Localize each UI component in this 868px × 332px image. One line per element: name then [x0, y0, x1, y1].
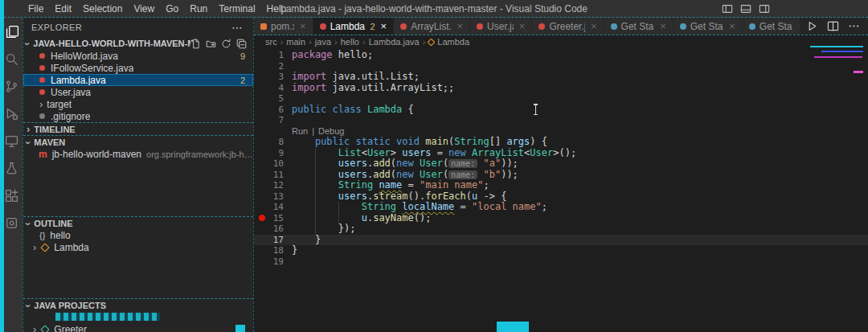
- file-label: Lambda.java: [51, 75, 106, 86]
- line-number[interactable]: 19: [254, 256, 292, 268]
- maven-item-jb-hello-world-maven[interactable]: mjb-hello-world-mavenorg.springframework…: [23, 148, 253, 160]
- outline-item-hello[interactable]: {}hello: [23, 229, 253, 241]
- tab-get-started-6[interactable]: Get Started×: [674, 18, 743, 35]
- menu-file[interactable]: File: [23, 0, 49, 18]
- menu-edit[interactable]: Edit: [49, 0, 77, 18]
- line-number[interactable]: 5: [254, 93, 292, 105]
- line-number[interactable]: 15: [254, 213, 292, 224]
- project-header[interactable]: › JAVA-HELLO-WORLD-WITH-MAVEN-MASTER: [23, 37, 253, 50]
- code-token: User: [420, 158, 443, 169]
- code-line-13: 13 users.stream().forEach(u -> {: [254, 191, 868, 203]
- explorer-item-helloworld-java[interactable]: HelloWorld.java9: [23, 50, 253, 62]
- new-file-icon[interactable]: [190, 39, 201, 49]
- code-text: [292, 93, 868, 105]
- breadcrumb-src[interactable]: src: [265, 37, 277, 47]
- line-number[interactable]: 13: [254, 191, 292, 203]
- code-token: User: [420, 169, 443, 180]
- line-number[interactable]: 4: [254, 83, 292, 94]
- close-icon[interactable]: ×: [381, 20, 387, 32]
- menu-go[interactable]: Go: [160, 0, 184, 18]
- close-icon[interactable]: ×: [519, 20, 526, 32]
- explorer-item-gitignore[interactable]: .gitignore: [23, 110, 253, 122]
- close-icon[interactable]: ×: [729, 20, 735, 32]
- tab-lambda-java-1[interactable]: Lambda.java2×: [313, 18, 394, 35]
- close-icon[interactable]: ×: [660, 20, 666, 32]
- explorer-item-target[interactable]: ›target: [23, 98, 253, 110]
- code-token: >: [391, 147, 402, 158]
- line-number[interactable]: 11: [254, 170, 292, 181]
- layout-sidebar-left-icon[interactable]: [722, 3, 733, 14]
- collapse-all-icon[interactable]: [236, 39, 247, 49]
- explorer-item-ifollowservice-java[interactable]: IFollowService.java: [23, 62, 253, 74]
- more-actions-icon[interactable]: [848, 20, 860, 32]
- breadcrumb-java[interactable]: java: [315, 37, 331, 47]
- section-java-projects[interactable]: › JAVA PROJECTS: [23, 298, 253, 311]
- code-text: }: [292, 235, 868, 246]
- close-icon[interactable]: ×: [591, 20, 597, 32]
- more-actions-icon[interactable]: ⋯: [231, 21, 244, 34]
- line-number[interactable]: 10: [254, 158, 292, 170]
- line-number[interactable]: 17: [254, 235, 292, 246]
- chevron-down-icon: ›: [23, 43, 31, 46]
- java-project-item-greeter[interactable]: ›Greeter: [23, 323, 253, 332]
- breadcrumb-hello[interactable]: hello: [341, 37, 359, 47]
- breadcrumb-label: src: [265, 37, 277, 47]
- new-folder-icon[interactable]: [206, 39, 216, 49]
- section-maven[interactable]: › MAVEN: [23, 135, 253, 148]
- menu-terminal[interactable]: Terminal: [213, 0, 260, 18]
- codelens-debug[interactable]: Debug: [318, 126, 344, 137]
- line-number[interactable]: 1: [254, 50, 292, 61]
- tab-bar: pom.xml×Lambda.java2×ArrayList.java×User…: [254, 18, 868, 35]
- outline-item-lambda[interactable]: ›Lambda: [23, 241, 253, 253]
- tab-greeter-java-4[interactable]: Greeter.java×: [532, 18, 604, 35]
- menu-run[interactable]: Run: [184, 0, 213, 18]
- line-number[interactable]: 16: [254, 223, 292, 235]
- breadcrumb-lambda[interactable]: Lambda: [428, 37, 469, 47]
- explorer-item-lambda-java[interactable]: Lambda.java2: [23, 74, 253, 86]
- section-outline[interactable]: › OUTLINE: [23, 216, 253, 229]
- menu-selection[interactable]: Selection: [77, 0, 128, 18]
- line-number[interactable]: 6: [254, 105, 292, 116]
- line-number[interactable]: 3: [254, 72, 292, 83]
- breadcrumb-main[interactable]: main: [286, 37, 305, 47]
- chevron-right-icon: ›: [27, 125, 30, 133]
- code-token: ().: [408, 191, 426, 202]
- code-text: String name = "main name";: [292, 180, 868, 191]
- tab-label: Get Started: [621, 21, 655, 32]
- code-editor[interactable]: 1package hello;23import java.util.List;4…: [254, 48, 868, 332]
- code-line-2: 2: [254, 61, 868, 72]
- line-number[interactable]: 12: [254, 180, 292, 191]
- indent-guide: [338, 202, 339, 223]
- code-text: package hello;: [292, 50, 868, 61]
- line-number[interactable]: 8: [254, 137, 292, 148]
- code-token: name: [379, 179, 402, 191]
- run-button[interactable]: [806, 20, 818, 32]
- tab-user-java-3[interactable]: User.java×: [470, 18, 532, 35]
- split-editor-icon[interactable]: [827, 20, 839, 32]
- tab-pom-xml-0[interactable]: pom.xml×: [254, 18, 313, 35]
- explorer-item-user-java[interactable]: User.java: [23, 86, 253, 98]
- line-number[interactable]: 7: [254, 115, 292, 126]
- close-icon[interactable]: ×: [457, 20, 463, 32]
- breakpoint-icon[interactable]: [259, 215, 265, 221]
- breadcrumb-lambda-java[interactable]: Lambda.java: [369, 37, 420, 47]
- refresh-icon[interactable]: [221, 39, 231, 49]
- line-number[interactable]: 14: [254, 202, 292, 213]
- line-number[interactable]: 2: [254, 61, 292, 72]
- code-token: args: [506, 136, 530, 147]
- section-timeline[interactable]: › TIMELINE: [23, 122, 253, 135]
- code-token: new: [396, 158, 414, 169]
- menu-view[interactable]: View: [128, 0, 160, 18]
- explorer-icon: [6, 25, 19, 39]
- codelens-run[interactable]: Run: [292, 126, 308, 137]
- tab-get-started-5[interactable]: Get Started×: [604, 18, 674, 35]
- code-token: java.util.List;: [326, 71, 420, 82]
- code-token: users: [402, 147, 431, 158]
- tab-arraylist-java-2[interactable]: ArrayList.java×: [394, 18, 470, 35]
- title-bar: FileEditSelectionViewGoRunTerminalHelp L…: [0, 0, 868, 18]
- layout-sidebar-right-icon[interactable]: [759, 3, 770, 14]
- line-number[interactable]: 18: [254, 245, 292, 256]
- close-icon[interactable]: ×: [300, 20, 306, 32]
- line-number[interactable]: 9: [254, 148, 292, 159]
- layout-panel-icon[interactable]: [740, 3, 751, 14]
